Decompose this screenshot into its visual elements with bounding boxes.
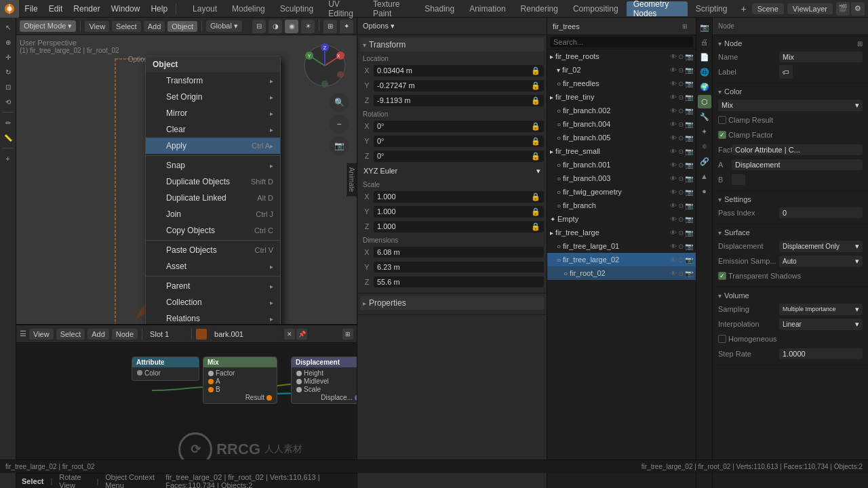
outliner-render-icon[interactable]: 📷 xyxy=(685,107,693,115)
outliner-search[interactable] xyxy=(550,37,693,47)
outliner-render-icon[interactable]: 📷 xyxy=(685,188,693,196)
outliner-item-fir_branch.003[interactable]: ○ fir_branch.003 👁 ⊙ 📷 xyxy=(547,171,696,185)
global-selector[interactable]: Global ▾ xyxy=(206,20,242,32)
outliner-item-fir_branch.002[interactable]: ○ fir_branch.002 👁 ⊙ 📷 xyxy=(547,104,696,117)
ctx-item-parent[interactable]: Parent ▸ xyxy=(146,278,280,294)
ctx-item-clear[interactable]: Clear ▸ xyxy=(146,121,280,138)
outliner-visibility-icon[interactable]: 👁 xyxy=(670,107,677,115)
ctx-item-relations[interactable]: Relations ▸ xyxy=(146,310,280,324)
node-view-btn[interactable]: View xyxy=(29,329,54,340)
prop-data-icon[interactable]: ▲ xyxy=(698,169,711,183)
scale-y-lock[interactable]: 🔒 xyxy=(531,207,540,216)
prop-view-layer-icon[interactable]: 📄 xyxy=(698,50,711,64)
outliner-select-icon[interactable]: ⊙ xyxy=(678,121,684,128)
outliner-visibility-icon[interactable]: 👁 xyxy=(670,202,677,209)
workspace-compositing[interactable]: Compositing xyxy=(566,1,625,16)
outliner-filter-btn[interactable]: ⊞ xyxy=(679,21,690,32)
outliner-item-fir_tree_roots[interactable]: ▸ fir_tree_roots 👁 ⊙ 📷 xyxy=(547,49,696,63)
scale-x-lock[interactable]: 🔒 xyxy=(531,192,540,201)
outliner-render-icon[interactable]: 📷 xyxy=(685,270,693,277)
outliner-select-icon[interactable]: ⊙ xyxy=(678,188,684,196)
object-menu[interactable]: Object xyxy=(167,21,197,32)
outliner-select-icon[interactable]: ⊙ xyxy=(678,148,684,155)
outliner-render-icon[interactable]: 📷 xyxy=(685,216,693,223)
workspace-texture[interactable]: Texture Paint xyxy=(366,1,416,16)
node-section-header[interactable]: ▾ Node ⊞ xyxy=(715,38,865,49)
prop-modifier-icon[interactable]: 🔧 xyxy=(698,110,711,123)
properties-header[interactable]: ▸ Properties xyxy=(360,296,544,310)
outliner-select-icon[interactable]: ⊙ xyxy=(678,229,684,237)
outliner-visibility-icon[interactable]: 👁 xyxy=(670,243,677,250)
transform-header[interactable]: ▾ Transform xyxy=(360,38,544,52)
outliner-item-fir_tree_large_02[interactable]: ○ fir_tree_large_02 👁 ⊙ 📷 xyxy=(547,253,696,266)
rot-x-lock[interactable]: 🔒 xyxy=(531,122,540,131)
blender-logo-area[interactable] xyxy=(0,0,19,18)
outliner-render-icon[interactable]: 📷 xyxy=(685,175,693,182)
clamp-result-cb[interactable] xyxy=(718,116,726,124)
outliner-select-icon[interactable]: ⊙ xyxy=(678,94,684,101)
workspace-geometry-nodes[interactable]: Geometry Nodes xyxy=(627,1,688,16)
ctx-item-duplicate-linked[interactable]: Duplicate Linked Alt D xyxy=(146,190,280,206)
outliner-visibility-icon[interactable]: 👁 xyxy=(670,188,677,196)
color-section-header[interactable]: ▾ Color xyxy=(715,86,865,97)
animate-btn[interactable]: Animate xyxy=(346,163,357,197)
render-btn[interactable]: 🎬 xyxy=(836,2,850,16)
toolbar-rotate[interactable]: ↻ xyxy=(1,65,15,79)
viewport-shading-rendered[interactable]: ☀ xyxy=(301,20,315,33)
outliner-item-fir_root_02[interactable]: ○ fir_root_02 👁 ⊙ 📷 xyxy=(547,266,696,280)
outliner-item-fir_needles[interactable]: ○ fir_needles 👁 ⊙ 📷 xyxy=(547,77,696,90)
viewport-shading-material[interactable]: ◉ xyxy=(285,20,298,33)
outliner-item-fir_tree_tiny[interactable]: ▸ fir_tree_tiny 👁 ⊙ 📷 xyxy=(547,90,696,104)
outliner-item-empty[interactable]: ✦ Empty 👁 ⊙ 📷 xyxy=(547,212,696,226)
outliner-select-icon[interactable]: ⊙ xyxy=(678,107,684,115)
loc-z-lock[interactable]: 🔒 xyxy=(531,96,540,105)
workspace-scripting[interactable]: Scripting xyxy=(689,1,734,16)
rot-z-lock[interactable]: 🔒 xyxy=(531,152,540,161)
camera-view-btn[interactable]: 📷 xyxy=(330,136,349,155)
prop-output-icon[interactable]: 🖨 xyxy=(698,35,711,49)
outliner-visibility-icon[interactable]: 👁 xyxy=(670,134,677,142)
scale-z-lock[interactable]: 🔒 xyxy=(531,222,540,231)
loc-y-lock[interactable]: 🔒 xyxy=(531,81,540,90)
outliner-render-icon[interactable]: 📷 xyxy=(685,94,693,101)
outliner-visibility-icon[interactable]: 👁 xyxy=(670,229,677,237)
node-canvas[interactable]: Attribute Color Mix Factor xyxy=(16,343,357,473)
outliner-select-icon[interactable]: ⊙ xyxy=(678,243,684,250)
outliner-select-icon[interactable]: ⊙ xyxy=(678,66,684,74)
prop-render-icon[interactable]: 📷 xyxy=(698,20,711,34)
workspace-shading[interactable]: Shading xyxy=(418,1,461,16)
viewport-shading-solid[interactable]: ◑ xyxy=(269,20,282,33)
outliner-item-fir_branch.004[interactable]: ○ fir_branch.004 👁 ⊙ 📷 xyxy=(547,117,696,131)
outliner-render-icon[interactable]: 📷 xyxy=(685,256,693,264)
outliner-render-icon[interactable]: 📷 xyxy=(685,121,693,128)
ctx-item-mirror[interactable]: Mirror ▸ xyxy=(146,105,280,121)
outliner-visibility-icon[interactable]: 👁 xyxy=(670,94,677,101)
b-color-swatch[interactable] xyxy=(732,174,745,185)
prop-scene-icon[interactable]: 🌐 xyxy=(698,65,711,79)
outliner-render-icon[interactable]: 📷 xyxy=(685,148,693,155)
select-menu[interactable]: Select xyxy=(112,21,141,32)
loc-x-lock[interactable]: 🔒 xyxy=(531,66,540,75)
nav-gizmo[interactable]: X Y Z xyxy=(301,42,349,89)
prop-particles-icon[interactable]: ✦ xyxy=(698,125,711,138)
outliner-render-icon[interactable]: 📷 xyxy=(685,53,693,60)
workspace-layout[interactable]: Layout xyxy=(186,1,224,16)
overlay-toggle[interactable]: ⊞ xyxy=(323,20,337,33)
outliner-item-fir_branch.005[interactable]: ○ fir_branch.005 👁 ⊙ 📷 xyxy=(547,131,696,144)
ctx-item-join[interactable]: Join Ctrl J xyxy=(146,206,280,222)
outliner-select-icon[interactable]: ⊙ xyxy=(678,80,684,87)
outliner-render-icon[interactable]: 📷 xyxy=(685,80,693,87)
ctx-item-apply[interactable]: Apply Ctrl A ▸ xyxy=(146,138,280,154)
view-menu[interactable]: View xyxy=(85,21,109,32)
zoom-in-btn[interactable]: 🔍 xyxy=(330,93,349,112)
toolbar-measure[interactable]: 📏 xyxy=(1,131,15,144)
outliner-select-icon[interactable]: ⊙ xyxy=(678,216,684,223)
viewport-3d[interactable]: User Perspective (1) fir_tree_large_02 |… xyxy=(16,35,357,324)
toolbar-annotate[interactable]: ✏ xyxy=(1,116,15,129)
volume-section-header[interactable]: ▾ Volume xyxy=(715,290,865,301)
outliner-render-icon[interactable]: 📷 xyxy=(685,161,693,169)
workspace-uv[interactable]: UV Editing xyxy=(321,1,365,16)
outliner-render-icon[interactable]: 📷 xyxy=(685,66,693,74)
toolbar-add[interactable]: + xyxy=(1,152,15,165)
workspace-sculpting[interactable]: Sculpting xyxy=(273,1,320,16)
